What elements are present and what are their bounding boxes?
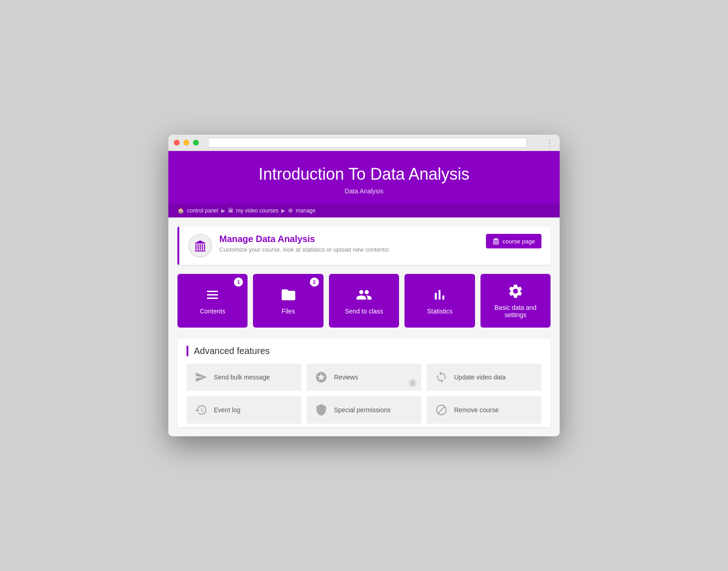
browser-content: Introduction To Data Analysis Data Analy… bbox=[168, 151, 560, 436]
tile-files[interactable]: 2 Files bbox=[253, 274, 323, 328]
home-icon: 🏠 bbox=[177, 207, 184, 214]
feature-update-video-label: Update video data bbox=[454, 374, 506, 381]
manage-info: Manage Data Analysis Customize your cour… bbox=[188, 234, 389, 258]
feature-update-video[interactable]: Update video data bbox=[427, 364, 541, 391]
course-page-button[interactable]: course page bbox=[486, 234, 541, 248]
institution-large-icon bbox=[194, 239, 207, 252]
breadcrumb-item-my-video-courses[interactable]: my video courses bbox=[236, 207, 278, 214]
send-bulk-icon bbox=[195, 371, 207, 384]
course-page-icon bbox=[492, 237, 500, 245]
tile-basic-data-label: Basic data and settings bbox=[485, 304, 546, 318]
contents-badge: 1 bbox=[234, 278, 243, 287]
contents-icon bbox=[204, 287, 221, 303]
tile-files-label: Files bbox=[282, 308, 295, 315]
browser-window: ⋮ Introduction To Data Analysis Data Ana… bbox=[168, 135, 560, 436]
feature-event-log[interactable]: Event log bbox=[187, 396, 301, 424]
manage-section: Manage Data Analysis Customize your cour… bbox=[177, 227, 551, 265]
institution-icon: 🏛 bbox=[228, 207, 233, 214]
manage-description: Customize your course, look at statistic… bbox=[219, 246, 389, 253]
feature-reviews-label: Reviews bbox=[334, 374, 358, 381]
send-class-icon bbox=[356, 287, 372, 303]
basic-settings-icon bbox=[507, 283, 524, 299]
course-title: Introduction To Data Analysis bbox=[177, 165, 551, 184]
manage-heading-dynamic: Data Analysis bbox=[256, 234, 315, 244]
breadcrumb-item-manage[interactable]: manage bbox=[296, 207, 315, 214]
feature-remove-course-label: Remove course bbox=[454, 406, 499, 414]
tile-send-to-class-label: Send to class bbox=[345, 308, 383, 315]
manage-heading-static: Manage bbox=[219, 234, 256, 244]
minimize-button[interactable] bbox=[183, 140, 189, 146]
manage-text: Manage Data Analysis Customize your cour… bbox=[219, 234, 389, 253]
maximize-button[interactable] bbox=[193, 140, 199, 146]
tile-contents[interactable]: 1 Contents bbox=[177, 274, 248, 328]
titlebar: ⋮ bbox=[168, 135, 560, 151]
main-content: Manage Data Analysis Customize your cour… bbox=[168, 217, 560, 436]
menu-dots: ⋮ bbox=[546, 138, 554, 148]
settings-small-icon: ⚙ bbox=[288, 207, 293, 214]
permissions-icon bbox=[315, 404, 328, 416]
feature-special-permissions-label: Special permissions bbox=[334, 406, 391, 414]
reviews-icon bbox=[315, 371, 328, 384]
files-icon bbox=[280, 287, 297, 303]
feature-remove-course[interactable]: Remove course bbox=[427, 396, 541, 424]
feature-send-bulk[interactable]: Send bulk message bbox=[187, 364, 301, 391]
feature-special-permissions[interactable]: Special permissions bbox=[307, 396, 421, 424]
features-grid: Send bulk message Reviews 0 bbox=[187, 364, 541, 424]
feature-reviews[interactable]: Reviews 0 bbox=[307, 364, 421, 391]
tile-send-to-class[interactable]: Send to class bbox=[329, 274, 399, 328]
breadcrumb-separator: ▶ bbox=[281, 207, 285, 214]
tile-contents-label: Contents bbox=[200, 308, 225, 315]
manage-heading: Manage Data Analysis bbox=[219, 234, 389, 244]
advanced-section: Advanced features Send bulk message bbox=[177, 339, 551, 427]
course-header: Introduction To Data Analysis Data Analy… bbox=[168, 151, 560, 204]
address-bar[interactable] bbox=[208, 138, 527, 148]
feature-event-log-label: Event log bbox=[214, 406, 240, 414]
breadcrumb-bar: 🏠 control panel ▶ 🏛 my video courses ▶ ⚙… bbox=[168, 204, 560, 217]
event-log-icon bbox=[195, 404, 207, 416]
breadcrumb-separator: ▶ bbox=[221, 207, 225, 214]
manage-icon-circle bbox=[188, 234, 212, 258]
statistics-icon bbox=[431, 287, 448, 303]
window-controls bbox=[174, 140, 199, 146]
reviews-badge: 0 bbox=[409, 379, 417, 387]
remove-course-icon bbox=[435, 404, 448, 416]
update-video-icon bbox=[435, 371, 448, 384]
course-subtitle: Data Analysis bbox=[177, 187, 551, 195]
feature-send-bulk-label: Send bulk message bbox=[214, 374, 270, 381]
tile-statistics[interactable]: Statistics bbox=[404, 274, 475, 328]
advanced-title: Advanced features bbox=[187, 346, 541, 356]
tiles-grid: 1 Contents 2 Files Send to class bbox=[177, 274, 551, 328]
tile-basic-data[interactable]: Basic data and settings bbox=[480, 274, 551, 328]
files-badge: 2 bbox=[310, 278, 319, 287]
breadcrumb-item-control-panel[interactable]: control panel bbox=[187, 207, 218, 214]
close-button[interactable] bbox=[174, 140, 180, 146]
tile-statistics-label: Statistics bbox=[427, 308, 452, 315]
